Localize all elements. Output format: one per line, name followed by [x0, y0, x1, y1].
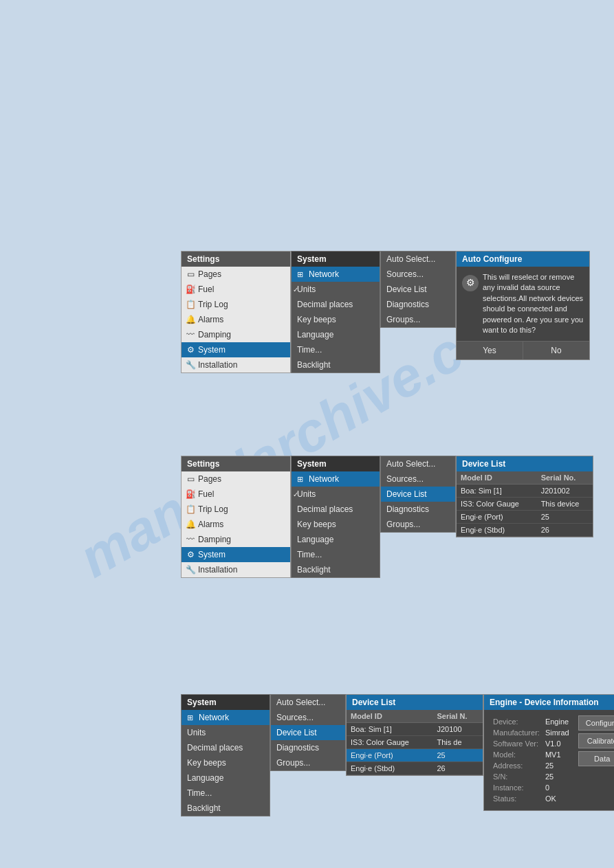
system-item-units-3[interactable]: Units [182, 725, 270, 740]
settings-item-triplog-1[interactable]: 📋 Trip Log [182, 297, 290, 312]
table-row[interactable]: IS3: Color Gauge This de [347, 736, 483, 749]
system-item-backlight-3[interactable]: Backlight [182, 801, 270, 816]
field-value: 0 [543, 783, 571, 792]
system-panel-3: System ⊞ Network Units Decimal places Ke… [181, 694, 270, 816]
network-autoselect-2[interactable]: Auto Select... [381, 456, 455, 471]
network-groups-2[interactable]: Groups... [381, 517, 455, 532]
engine-info-panel: Engine - Device Information Device: Engi… [483, 694, 614, 811]
system-item-keybeeps-3[interactable]: Key beeps [182, 755, 270, 770]
table-row[interactable]: Boa: Sim [1] J20100 [347, 723, 483, 736]
network-sources-3[interactable]: Sources... [271, 710, 345, 725]
network-menu-1: Auto Select... Sources... Device List Di… [380, 251, 456, 328]
system-item-network-3[interactable]: ⊞ Network [182, 710, 270, 725]
settings-item-damping-2[interactable]: 〰 Damping [182, 532, 290, 547]
field-label: Manufacturer: [491, 728, 542, 737]
system-item-language-3[interactable]: Language [182, 770, 270, 786]
network-devicelist-3[interactable]: Device List [271, 725, 345, 740]
network-menu-3: Auto Select... Sources... Device List Di… [270, 694, 346, 771]
system-icon-1: ⚙ [186, 345, 195, 355]
system-item-keybeeps-2[interactable]: Key beeps [292, 517, 380, 532]
network-devicelist-1[interactable]: Device List [381, 282, 455, 297]
list-item: Software Ver: V1.0 [491, 739, 571, 748]
table-row[interactable]: IS3: Color Gauge This device [457, 498, 593, 511]
device-list-table-2: Model ID Serial No. Boa: Sim [1] J201002… [457, 471, 593, 537]
auto-configure-no[interactable]: No [523, 342, 589, 359]
list-item: Instance: 0 [491, 783, 571, 792]
calibrate-button[interactable]: Calibrate [578, 733, 614, 748]
table-row[interactable]: Engi·e (Stbd) 26 [347, 762, 483, 775]
engine-info-body: Device: Engine Manufacturer: Simrad Soft… [484, 710, 614, 810]
field-value: 25 [543, 761, 571, 770]
settings-panel-1: Settings ▭ Pages ⛽ Fuel 📋 Trip Log 🔔 Ala… [181, 251, 291, 373]
device-list-col1-2: Model ID [457, 471, 537, 485]
table-row[interactable]: Engi·e (Stbd) 26 [457, 524, 593, 537]
settings-panel-2: Settings ▭ Pages ⛽ Fuel 📋 Trip Log 🔔 Ala… [181, 456, 291, 578]
settings-item-install-2[interactable]: 🔧 Installation [182, 562, 290, 577]
settings-item-pages-1[interactable]: ▭ Pages [182, 267, 290, 282]
network-devicelist-2[interactable]: Device List [381, 487, 455, 502]
network-diagnostics-1[interactable]: Diagnostics [381, 297, 455, 312]
system-item-decimal-3[interactable]: Decimal places [182, 740, 270, 755]
alarms-icon-2: 🔔 [186, 520, 195, 529]
engine-info-buttons: Configure Calibrate Data [578, 715, 614, 805]
system-title-2: System [292, 456, 380, 471]
settings-item-alarms-2[interactable]: 🔔 Alarms [182, 517, 290, 532]
system-item-units-2[interactable]: ✓ Units [292, 487, 380, 502]
system-item-units-1[interactable]: ✓ Units [292, 282, 380, 297]
system-item-decimal-2[interactable]: Decimal places [292, 502, 380, 517]
system-item-time-1[interactable]: Time... [292, 342, 380, 357]
field-label: Address: [491, 761, 542, 770]
system-item-network-2[interactable]: ⊞ Network [292, 471, 380, 487]
system-item-decimal-1[interactable]: Decimal places [292, 297, 380, 312]
system-item-backlight-1[interactable]: Backlight [292, 357, 380, 372]
network-sources-2[interactable]: Sources... [381, 471, 455, 487]
settings-item-fuel-1[interactable]: ⛽ Fuel [182, 282, 290, 297]
settings-item-system-1[interactable]: ⚙ System [182, 342, 290, 357]
system-item-time-2[interactable]: Time... [292, 547, 380, 562]
engine-info-title: Engine - Device Information [484, 695, 614, 710]
network-groups-1[interactable]: Groups... [381, 312, 455, 327]
data-button[interactable]: Data [578, 751, 614, 766]
system-icon-2: ⚙ [186, 550, 195, 559]
system-item-language-1[interactable]: Language [292, 327, 380, 342]
table-row-selected[interactable]: Engi·e (Port) 25 [347, 749, 483, 762]
network-autoselect-1[interactable]: Auto Select... [381, 252, 455, 267]
network-diagnostics-3[interactable]: Diagnostics [271, 740, 345, 755]
network-diagnostics-2[interactable]: Diagnostics [381, 502, 455, 517]
auto-configure-title: Auto Configure [457, 252, 589, 267]
configure-button[interactable]: Configure [578, 715, 614, 731]
network-groups-3[interactable]: Groups... [271, 755, 345, 770]
units-checkmark-1: ✓ [293, 286, 298, 293]
settings-item-fuel-2[interactable]: ⛽ Fuel [182, 487, 290, 502]
table-row[interactable]: Engi·e (Port) 25 [457, 511, 593, 524]
settings-title-2: Settings [182, 456, 290, 471]
auto-configure-icon: ⚙ [462, 275, 479, 291]
settings-item-damping-1[interactable]: 〰 Damping [182, 327, 290, 342]
panel-group-2: Settings ▭ Pages ⛽ Fuel 📋 Trip Log 🔔 Ala… [181, 456, 593, 578]
system-item-language-2[interactable]: Language [292, 532, 380, 547]
damping-icon-2: 〰 [186, 535, 195, 544]
auto-configure-buttons: Yes No [457, 341, 589, 359]
list-item: Device: Engine [491, 717, 571, 726]
network-autoselect-3[interactable]: Auto Select... [271, 695, 345, 710]
network-sources-1[interactable]: Sources... [381, 267, 455, 282]
system-title-3: System [182, 695, 270, 710]
device-list-title-2: Device List [457, 456, 593, 471]
settings-item-pages-2[interactable]: ▭ Pages [182, 471, 290, 487]
settings-item-install-1[interactable]: 🔧 Installation [182, 357, 290, 372]
settings-item-system-2[interactable]: ⚙ System [182, 547, 290, 562]
settings-item-alarms-1[interactable]: 🔔 Alarms [182, 312, 290, 327]
system-item-keybeeps-1[interactable]: Key beeps [292, 312, 380, 327]
table-row[interactable]: Boa: Sim [1] J201002 [457, 485, 593, 498]
auto-configure-dialog: Auto Configure ⚙ This will reselect or r… [456, 251, 590, 360]
system-item-backlight-2[interactable]: Backlight [292, 562, 380, 577]
engine-info-table: Device: Engine Manufacturer: Simrad Soft… [490, 715, 573, 805]
device-list-col1-3: Model ID [347, 710, 433, 723]
system-item-time-3[interactable]: Time... [182, 786, 270, 801]
panel-group-3: System ⊞ Network Units Decimal places Ke… [181, 694, 614, 816]
auto-configure-yes[interactable]: Yes [457, 342, 523, 359]
units-checkmark-2: ✓ [293, 491, 298, 498]
list-item: Status: OK [491, 794, 571, 803]
settings-item-triplog-2[interactable]: 📋 Trip Log [182, 502, 290, 517]
system-item-network-1[interactable]: ⊞ Network [292, 267, 380, 282]
